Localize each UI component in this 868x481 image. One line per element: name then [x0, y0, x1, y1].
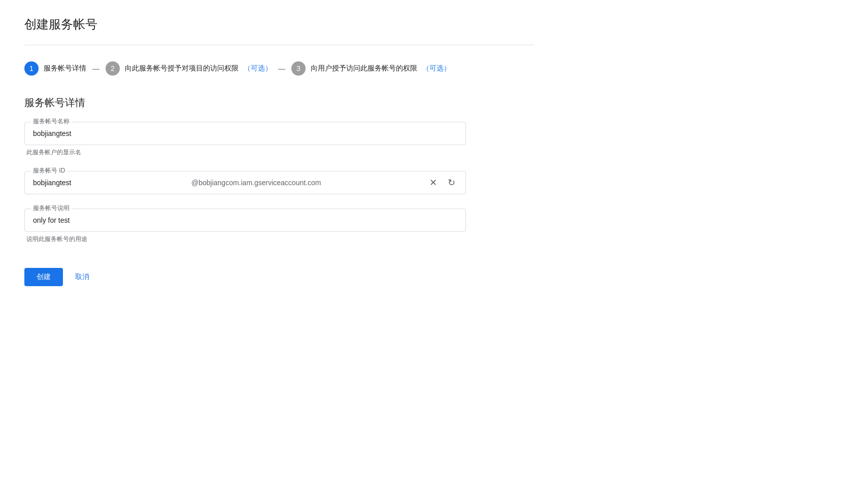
id-actions: ✕ ↻: [425, 175, 465, 191]
id-field-group: 服务帐号 ID @bobjiangcom.iam.gserviceaccount…: [24, 171, 466, 194]
step-2-label: 向此服务帐号授予对项目的访问权限: [125, 64, 239, 73]
step-2-optional: （可选）: [244, 64, 272, 73]
step-3-optional: （可选）: [422, 64, 451, 73]
step-3-label: 向用户授予访问此服务帐号的权限: [311, 64, 417, 73]
actions: 创建 取消: [24, 268, 534, 286]
id-suffix: @bobjiangcom.iam.gserviceaccount.com: [187, 171, 425, 194]
step-2: 2 向此服务帐号授予对项目的访问权限 （可选）: [106, 61, 272, 76]
name-field-wrapper: 服务帐号名称: [24, 122, 466, 145]
description-field-hint: 说明此服务帐号的用途: [24, 235, 466, 244]
name-field-hint: 此服务帐户的显示名: [24, 148, 466, 157]
cancel-button[interactable]: 取消: [71, 268, 93, 286]
description-field-label: 服务帐号说明: [31, 204, 72, 213]
step-2-circle: 2: [106, 61, 120, 76]
id-field-wrapper: 服务帐号 ID @bobjiangcom.iam.gserviceaccount…: [24, 171, 466, 194]
divider: [24, 45, 534, 45]
description-field-wrapper: 服务帐号说明: [24, 209, 466, 232]
step-1: 1 服务帐号详情: [24, 61, 86, 76]
stepper: 1 服务帐号详情 — 2 向此服务帐号授予对项目的访问权限 （可选） — 3 向…: [24, 61, 534, 76]
clear-icon: ✕: [429, 177, 437, 188]
clear-id-button[interactable]: ✕: [425, 175, 441, 191]
step-1-label: 服务帐号详情: [44, 64, 86, 73]
step-divider-2: —: [272, 64, 291, 73]
step-1-circle: 1: [24, 61, 39, 76]
description-field-group: 服务帐号说明 说明此服务帐号的用途: [24, 209, 466, 244]
name-field-group: 服务帐号名称 此服务帐户的显示名: [24, 122, 466, 157]
description-input[interactable]: [25, 209, 465, 231]
page-title: 创建服务帐号: [24, 16, 534, 32]
name-input[interactable]: [25, 122, 465, 145]
section-title: 服务帐号详情: [24, 96, 466, 110]
step-divider-1: —: [86, 64, 106, 73]
refresh-icon: ↻: [448, 177, 455, 188]
create-button[interactable]: 创建: [24, 268, 63, 286]
refresh-id-button[interactable]: ↻: [443, 175, 459, 191]
name-field-label: 服务帐号名称: [31, 117, 72, 126]
form-section: 服务帐号详情 服务帐号名称 此服务帐户的显示名 服务帐号 ID @bobjian…: [24, 96, 466, 244]
id-field-label: 服务帐号 ID: [31, 166, 67, 175]
step-3: 3 向用户授予访问此服务帐号的权限 （可选）: [291, 61, 451, 76]
step-3-circle: 3: [291, 61, 306, 76]
id-field-inner: @bobjiangcom.iam.gserviceaccount.com ✕ ↻: [25, 171, 465, 194]
